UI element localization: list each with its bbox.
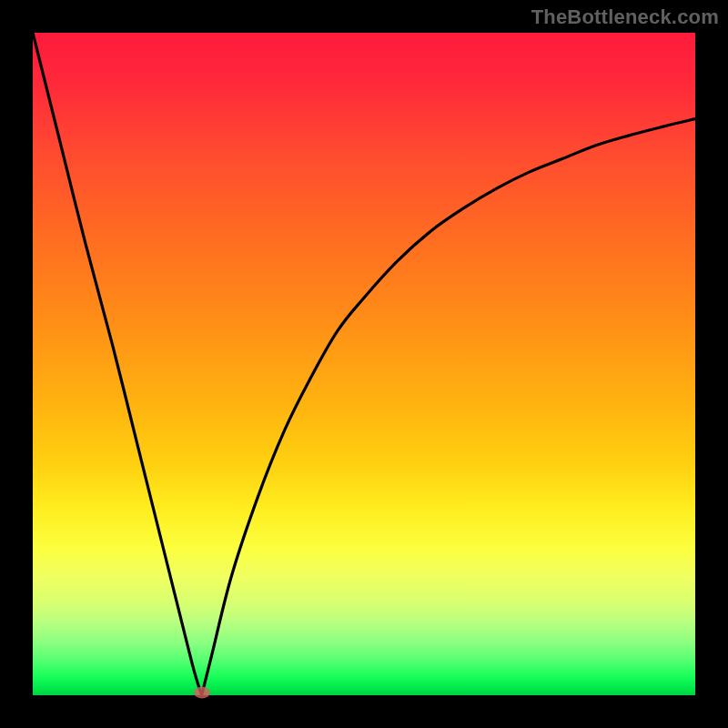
bottleneck-curve (33, 33, 695, 695)
chart-frame: TheBottleneck.com (0, 0, 728, 728)
watermark-text: TheBottleneck.com (531, 5, 719, 29)
chart-curve-layer (33, 33, 695, 695)
cusp-marker (194, 687, 210, 699)
